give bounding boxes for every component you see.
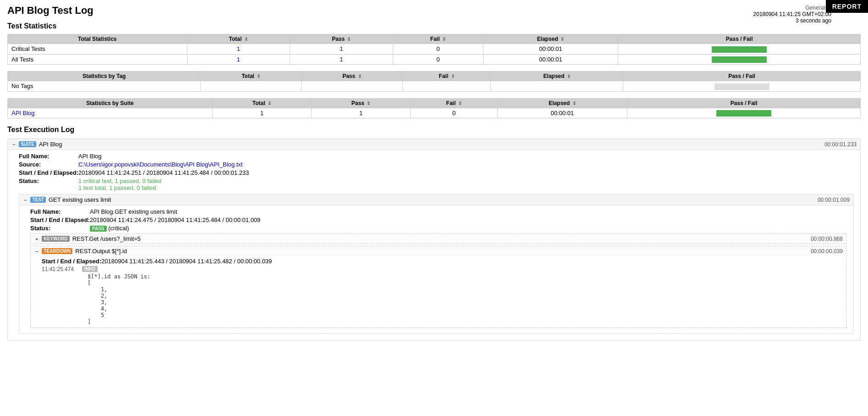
row-total: 1 <box>212 108 311 118</box>
test-timing-label: Start / End / Elapsed: <box>30 216 90 223</box>
row-name: No Tags <box>8 81 201 92</box>
row-pass: 1 <box>290 54 393 65</box>
total-stats-header[interactable]: Total Statistics <box>8 34 187 44</box>
generated-label: Generated <box>753 5 831 11</box>
row-elapsed: 00:00:01 <box>483 44 618 55</box>
row-pass: 1 <box>311 108 411 118</box>
test-pass-badge: PASS <box>90 226 107 232</box>
suite-timing-value: 20180904 11:41:24.251 / 20180904 11:41:2… <box>78 169 854 176</box>
teardown-body: Start / End / Elapsed: 20180904 11:41:25… <box>31 256 846 327</box>
tag-col-elapsed[interactable]: Elapsed ⇕ <box>491 72 623 81</box>
suite-status-line1: 1 critical test, 1 passed, 0 failed <box>78 177 161 184</box>
table-row: Critical Tests 1 1 0 00:00:01 <box>8 44 861 55</box>
row-total: 1 <box>187 44 290 55</box>
teardown-timing-value: 20180904 11:41:25.443 / 20180904 11:41:2… <box>101 258 840 265</box>
teardown-timing-label: Start / End / Elapsed: <box>42 258 101 265</box>
total-col-pass[interactable]: Pass ⇕ <box>290 34 393 44</box>
suite-full-name-label: Full Name: <box>19 153 78 160</box>
tag-col-total[interactable]: Total ⇕ <box>201 72 302 81</box>
keyword-block: + KEYWORD REST.Get /users?_limit=5 00:00… <box>30 233 847 244</box>
test-elapsed: 00:00:01.009 <box>818 197 850 203</box>
row-pass-fail <box>618 44 861 55</box>
test-status-value: PASS (critical) <box>90 225 847 232</box>
keyword-elapsed: 00:00:00.968 <box>811 236 843 242</box>
test-status-extra: (critical) <box>108 225 129 232</box>
suite-statistics-table: Statistics by Suite Total ⇕ Pass ⇕ Fail … <box>7 98 861 119</box>
generated-info: Generated 20180904 11:41:25 GMT+02:00 3 … <box>753 5 831 24</box>
suite-col-total[interactable]: Total ⇕ <box>212 98 311 108</box>
suite-stats-header[interactable]: Statistics by Suite <box>8 98 213 108</box>
teardown-block: − TEARDOWN REST.Output $[*].id 00:00:00.… <box>30 246 847 328</box>
row-elapsed <box>491 81 623 92</box>
suite-status-value: 1 critical test, 1 passed, 0 failed 1 te… <box>78 177 854 191</box>
suite-source-label: Source: <box>19 161 78 168</box>
test-statistics-heading: Test Statistics <box>7 22 861 30</box>
tag-col-fail[interactable]: Fail ⇕ <box>402 72 491 81</box>
row-elapsed: 00:00:01 <box>497 108 627 118</box>
suite-timing-label: Start / End / Elapsed: <box>19 169 78 176</box>
generated-datetime: 20180904 11:41:25 GMT+02:00 <box>753 11 831 17</box>
report-badge: REPORT <box>826 0 868 13</box>
row-pass <box>302 81 403 92</box>
row-pass-fail <box>618 54 861 65</box>
row-fail: 0 <box>411 108 497 118</box>
test-header: − TEST GET existing users limit 00:00:01… <box>19 194 853 205</box>
row-total <box>201 81 302 92</box>
log-output: $[*].id as JSON is: [ 1, 2, 3, 4, 5 ] <box>88 273 840 325</box>
keyword-name: REST.Get /users?_limit=5 <box>72 235 141 242</box>
keyword-toggle[interactable]: + <box>34 236 39 242</box>
teardown-header: − TEARDOWN REST.Output $[*].id 00:00:00.… <box>31 246 846 256</box>
suite-col-fail[interactable]: Fail ⇕ <box>411 98 497 108</box>
test-name: GET existing users limit <box>49 196 111 203</box>
suite-col-elapsed[interactable]: Elapsed ⇕ <box>497 98 627 108</box>
suite-body: Full Name: API Blog Source: C:\Users\igo… <box>8 150 860 340</box>
table-row: All Tests 1 1 0 00:00:01 <box>8 54 861 65</box>
test-toggle[interactable]: − <box>23 197 27 203</box>
test-body: Full Name: API Blog.GET existing users l… <box>19 205 853 333</box>
suite-toggle[interactable]: − <box>11 142 16 147</box>
tag-col-pass-fail: Pass / Fail <box>623 72 861 81</box>
row-pass-fail <box>627 108 861 118</box>
row-total: 1 <box>187 54 290 65</box>
row-name: All Tests <box>8 54 187 65</box>
test-status-label: Status: <box>30 225 90 232</box>
row-fail: 0 <box>393 44 483 55</box>
teardown-badge: TEARDOWN <box>42 248 72 254</box>
tag-stats-header[interactable]: Statistics by Tag <box>8 72 201 81</box>
suite-status-label: Status: <box>19 177 78 191</box>
suite-badge: SUITE <box>19 141 36 147</box>
table-row: API Blog 1 1 0 00:00:01 <box>8 108 861 118</box>
suite-link[interactable]: API Blog <box>11 110 35 116</box>
log-badge: INFO <box>82 266 98 272</box>
generated-ago: 3 seconds ago <box>753 17 831 24</box>
test-block: − TEST GET existing users limit 00:00:01… <box>19 194 854 334</box>
total-col-fail[interactable]: Fail ⇕ <box>393 34 483 44</box>
suite-source-link[interactable]: C:\Users\igor.popovski\Documents\Blog\AP… <box>78 161 854 168</box>
page-title: API Blog Test Log <box>7 5 861 17</box>
row-name[interactable]: API Blog <box>8 108 213 118</box>
total-col-elapsed[interactable]: Elapsed ⇕ <box>483 34 618 44</box>
total-col-total[interactable]: Total ⇕ <box>187 34 290 44</box>
row-elapsed: 00:00:01 <box>483 54 618 65</box>
test-badge: TEST <box>30 197 46 203</box>
test-timing-value: 20180904 11:41:24.475 / 20180904 11:41:2… <box>90 216 847 223</box>
suite-col-pass-fail: Pass / Fail <box>627 98 861 108</box>
row-pass: 1 <box>290 44 393 55</box>
log-time: 11:41:25.474 <box>42 266 78 272</box>
teardown-elapsed: 00:00:00.039 <box>811 248 843 255</box>
row-fail: 0 <box>393 54 483 65</box>
keyword-header: + KEYWORD REST.Get /users?_limit=5 00:00… <box>31 234 846 244</box>
teardown-toggle[interactable]: − <box>34 249 39 254</box>
teardown-name: REST.Output $[*].id <box>75 248 127 255</box>
suite-full-name-value: API Blog <box>78 153 854 160</box>
row-pass-fail <box>623 81 861 92</box>
suite-block: − SUITE API Blog 00:00:01.233 Full Name:… <box>7 139 861 341</box>
tag-col-pass[interactable]: Pass ⇕ <box>302 72 403 81</box>
suite-col-pass[interactable]: Pass ⇕ <box>311 98 411 108</box>
suite-elapsed: 00:00:01.233 <box>824 141 857 148</box>
exec-log-heading: Test Execution Log <box>7 126 861 134</box>
log-line: 11:41:25.474 INFO <box>42 266 840 272</box>
row-fail <box>402 81 491 92</box>
row-name: Critical Tests <box>8 44 187 55</box>
table-row: No Tags <box>8 81 861 92</box>
